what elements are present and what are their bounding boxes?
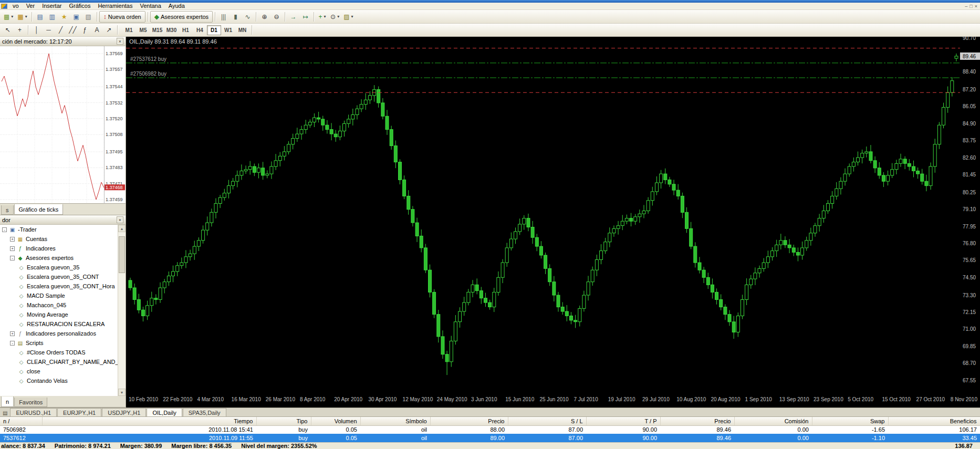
navigator-item-escalera-guevon-35-cont[interactable]: ◇Escalera guevon_35_CONT bbox=[0, 272, 126, 281]
column-header-tiempo[interactable]: Tiempo bbox=[42, 417, 256, 425]
expand-box-icon[interactable]: + bbox=[10, 331, 15, 336]
expand-box-icon[interactable]: + bbox=[10, 246, 15, 251]
timeframe-m30[interactable]: M30 bbox=[164, 25, 179, 35]
expert-advisors-button[interactable]: ◆Asesores expertos bbox=[150, 11, 213, 23]
zoom-out-button[interactable]: ⊖ bbox=[270, 11, 283, 23]
column-header-volumen[interactable]: Volumen bbox=[311, 417, 360, 425]
navigator-item-indicadores[interactable]: +ƒIndicadores bbox=[0, 244, 126, 253]
new-chart-button[interactable]: ▩▾ bbox=[2, 11, 15, 23]
menu-item-ventana[interactable]: Ventana bbox=[136, 3, 164, 9]
menu-item-ver[interactable]: Ver bbox=[23, 3, 39, 9]
timeframe-m15[interactable]: M15 bbox=[150, 25, 164, 35]
chart-list-icon[interactable]: ▤ bbox=[1, 410, 10, 416]
order-row[interactable]: 75069822010.11.08 15:41buy0.05oil88.0087… bbox=[0, 425, 980, 434]
timeframe-h1[interactable]: H1 bbox=[179, 25, 193, 35]
column-header-precio[interactable]: Precio bbox=[430, 417, 508, 425]
navigator-item-indicadores-personalizados[interactable]: +ƒIndicadores personalizados bbox=[0, 329, 126, 338]
tick-chart[interactable]: 1.375691.375571.375441.375321.375201.375… bbox=[0, 46, 126, 204]
templates-button[interactable]: ▨▾ bbox=[341, 11, 355, 23]
timeframe-m5[interactable]: M5 bbox=[136, 25, 150, 35]
scrollbar-thumb[interactable] bbox=[119, 236, 125, 273]
vertical-line-tool-button[interactable]: │ bbox=[30, 24, 43, 36]
navigator-scrollbar[interactable]: ▲ ▼ bbox=[118, 225, 126, 396]
minimize-icon[interactable]: – bbox=[965, 4, 967, 9]
chart-tab-eurjpy-h1[interactable]: EURJPY.,H1 bbox=[57, 408, 101, 416]
strategy-tester-toggle-button[interactable]: ▧ bbox=[82, 11, 95, 23]
collapse-box-icon[interactable]: - bbox=[10, 341, 15, 346]
navigator-item-clear-chart-by-name-and-type[interactable]: ◇CLEAR_CHART_BY_NAME_AND_TYPE bbox=[0, 357, 126, 367]
expand-box-icon[interactable]: + bbox=[10, 237, 15, 242]
column-header-n[interactable]: n / bbox=[0, 417, 42, 425]
indicators-dropdown-icon[interactable]: ▾ bbox=[324, 14, 326, 19]
indicators-button[interactable]: +▾ bbox=[316, 11, 328, 23]
close-icon[interactable]: × bbox=[117, 216, 123, 223]
market-watch-tab-gr-fico-de-ticks[interactable]: Gráfico de ticks bbox=[14, 204, 64, 215]
menu-item-vo[interactable]: vo bbox=[9, 3, 23, 9]
column-header-swap[interactable]: Swap bbox=[812, 417, 888, 425]
column-header-s-l[interactable]: S / L bbox=[508, 417, 586, 425]
navigator-item-macd-sample[interactable]: ◇MACD Sample bbox=[0, 291, 126, 300]
market-watch-tab-s[interactable]: s bbox=[1, 205, 14, 215]
scroll-down-icon[interactable]: ▼ bbox=[118, 389, 126, 396]
cursor-tool-button[interactable]: ↖ bbox=[2, 24, 14, 36]
templates-dropdown-icon[interactable]: ▾ bbox=[351, 14, 353, 19]
menu-item-gr-ficos[interactable]: Gráficos bbox=[65, 3, 94, 9]
chart-candles-button[interactable]: ▮ bbox=[230, 11, 242, 23]
trendline-tool-button[interactable]: ╱ bbox=[55, 24, 67, 36]
collapse-box-icon[interactable]: - bbox=[2, 227, 7, 232]
timeframe-mn[interactable]: MN bbox=[235, 25, 249, 35]
navigator-item-scripts[interactable]: -▤Scripts bbox=[0, 338, 126, 348]
navigator-tab-n[interactable]: n bbox=[1, 396, 14, 407]
navigator-item-escalera-guevon-35[interactable]: ◇Escalera guevon_35 bbox=[0, 263, 126, 272]
fibonacci-tool-button[interactable]: ƒ bbox=[79, 24, 91, 36]
arrows-tool-button[interactable]: ↗ bbox=[103, 24, 115, 36]
navigator-tab-favoritos[interactable]: Favoritos bbox=[14, 398, 47, 407]
navigator-item-cuentas[interactable]: +▦Cuentas bbox=[0, 234, 126, 244]
chart-line-button[interactable]: ∿ bbox=[242, 11, 254, 23]
profiles-dropdown-icon[interactable]: ▾ bbox=[25, 14, 27, 19]
navigator-item-asesores-expertos[interactable]: -◆Asesores expertos bbox=[0, 253, 126, 263]
auto-scroll-button[interactable]: → bbox=[287, 11, 299, 23]
new-chart-dropdown-icon[interactable]: ▾ bbox=[11, 14, 13, 19]
profiles-button[interactable]: ▦▾ bbox=[15, 11, 29, 23]
market-watch-toggle-button[interactable]: ▤ bbox=[34, 11, 46, 23]
chart-tab-eurusd-h1[interactable]: EURUSD.,H1 bbox=[10, 408, 57, 416]
zoom-in-button[interactable]: ⊕ bbox=[258, 11, 270, 23]
column-header-precio[interactable]: Precio bbox=[660, 417, 734, 425]
column-header-beneficios[interactable]: Beneficios bbox=[888, 417, 980, 425]
column-header-comisi-n[interactable]: Comisión bbox=[734, 417, 812, 425]
collapse-box-icon[interactable]: - bbox=[10, 256, 15, 260]
new-order-button[interactable]: ↕Nueva orden bbox=[99, 11, 145, 23]
horizontal-line-tool-button[interactable]: ─ bbox=[43, 24, 55, 36]
timeframe-w1[interactable]: W1 bbox=[221, 25, 235, 35]
navigator-item-trader[interactable]: -▣-Trader bbox=[0, 225, 126, 234]
periods-dropdown-icon[interactable]: ▾ bbox=[337, 14, 339, 19]
chart-tab-usdjpy-h1[interactable]: USDJPY.,H1 bbox=[102, 408, 146, 416]
channel-tool-button[interactable]: ╱╱ bbox=[67, 24, 79, 36]
timeframe-d1[interactable]: D1 bbox=[207, 25, 221, 35]
navigator-item-escalera-guevon-35-cont-hora[interactable]: ◇Escalera guevon_35_CONT_Hora bbox=[0, 281, 126, 291]
scroll-up-icon[interactable]: ▲ bbox=[118, 225, 126, 232]
navigator-item-contando-velas[interactable]: ◇Contando Velas bbox=[0, 376, 126, 385]
timeframe-m1[interactable]: M1 bbox=[122, 25, 136, 35]
restore-icon[interactable]: □ bbox=[969, 4, 972, 9]
terminal-toggle-button[interactable]: ▣ bbox=[70, 11, 82, 23]
close-icon[interactable]: × bbox=[117, 38, 123, 45]
close-icon[interactable]: × bbox=[975, 4, 977, 9]
navigator-item-close[interactable]: ◇close bbox=[0, 367, 126, 376]
menu-item-herramientas[interactable]: Herramientas bbox=[94, 3, 136, 9]
navigator-item-moving-average[interactable]: ◇Moving Average bbox=[0, 310, 126, 319]
navigator-item-machacon-045[interactable]: ◇Machacon_045 bbox=[0, 300, 126, 310]
navigator-item-restauracion-escalera[interactable]: ◇RESTAURACION ESCALERA bbox=[0, 319, 126, 329]
column-header-t-p[interactable]: T / P bbox=[586, 417, 660, 425]
column-header-tipo[interactable]: Tipo bbox=[256, 417, 311, 425]
crosshair-tool-button[interactable]: + bbox=[14, 24, 26, 36]
chart-bars-button[interactable]: ||| bbox=[217, 11, 230, 23]
column-header-s-mbolo[interactable]: Símbolo bbox=[360, 417, 430, 425]
chart-tab-spa35-daily[interactable]: SPA35,Daily bbox=[183, 408, 226, 416]
chart-tab-oil-daily[interactable]: OIL,Daily bbox=[147, 408, 182, 416]
order-row[interactable]: 75376122010.11.09 11:55buy0.05oil89.0087… bbox=[0, 434, 980, 442]
navigator-toggle-button[interactable]: ★ bbox=[58, 11, 70, 23]
text-tool-button[interactable]: A bbox=[91, 24, 103, 36]
menu-item-insertar[interactable]: Insertar bbox=[38, 3, 65, 9]
